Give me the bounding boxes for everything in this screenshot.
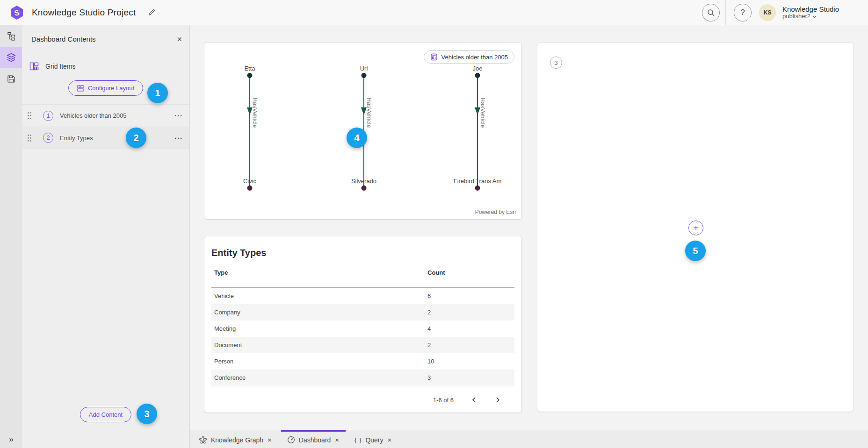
item-label: Vehicles older than 2005: [60, 112, 174, 119]
search-button[interactable]: [702, 4, 720, 21]
panel-title: Dashboard Contents: [31, 35, 177, 43]
annotation-badge-3: 3: [137, 404, 157, 424]
hierarchy-icon: [7, 32, 15, 41]
knowledge-graph-icon: [199, 436, 207, 444]
table-row: Company 2: [211, 304, 514, 320]
annotation-badge-1: 1: [147, 83, 168, 103]
chevron-down-icon: [812, 15, 817, 18]
plus-icon: +: [694, 223, 699, 233]
chevron-left-icon: [471, 397, 476, 403]
slot-index-badge: 3: [550, 57, 562, 69]
layout-grid-icon: [77, 85, 84, 92]
query-braces-icon: { }: [354, 436, 362, 443]
knowledge-studio-logo-icon: S: [9, 5, 24, 20]
close-tab-icon[interactable]: ×: [387, 436, 392, 443]
drag-handle-icon[interactable]: [27, 112, 33, 120]
graph-filter-chip[interactable]: Vehicles older than 2005: [424, 50, 514, 64]
user-menu[interactable]: Knowledge Studio publisher2: [782, 5, 839, 20]
annotation-badge-2: 2: [126, 128, 146, 148]
close-panel-icon[interactable]: ×: [177, 35, 182, 43]
app-header: S Knowledge Studio Project ? KS Knowledg…: [0, 0, 868, 25]
dashboard-canvas: Vehicles older than 2005 HasVehicle Etta…: [190, 25, 868, 448]
help-button[interactable]: ?: [734, 4, 752, 21]
table-row: Document 2: [211, 337, 514, 353]
edge-label: HasVehicle: [479, 98, 486, 128]
close-tab-icon[interactable]: ×: [334, 436, 340, 443]
table-row: Person 10: [211, 353, 514, 370]
configure-layout-button[interactable]: Configure Layout: [68, 80, 143, 96]
item-index-badge: 2: [43, 133, 53, 143]
node-label: Civic: [243, 178, 256, 185]
column-header-type: Type: [211, 269, 427, 276]
previous-page-button[interactable]: [470, 395, 478, 405]
edge-label: HasVehicle: [252, 98, 258, 128]
entity-table-body: Vehicle 6 Company 2 Meeting 4 Document: [211, 288, 514, 386]
item-label: Entity Types: [60, 135, 174, 142]
view-tab-bar: Knowledge Graph × Dashboard × { } Query …: [190, 430, 868, 448]
expand-panel-button[interactable]: »: [0, 435, 22, 444]
drag-handle-icon[interactable]: [27, 134, 33, 142]
empty-grid-slot: 3 +: [537, 42, 854, 412]
sidebar-item-save[interactable]: [0, 68, 22, 90]
sidebar-item-layers[interactable]: [0, 47, 22, 68]
tab-knowledge-graph[interactable]: Knowledge Graph ×: [193, 430, 278, 448]
add-content-button[interactable]: Add Content: [80, 407, 131, 422]
sidebar-item-hierarchy[interactable]: [0, 25, 22, 47]
next-page-button[interactable]: [494, 395, 502, 405]
help-icon: ?: [740, 8, 745, 17]
tab-dashboard[interactable]: Dashboard ×: [281, 430, 346, 448]
annotation-badge-5: 5: [685, 241, 706, 261]
annotation-badge-4: 4: [347, 128, 367, 148]
table-row: Conference 3: [211, 370, 514, 386]
page-title: Knowledge Studio Project: [32, 7, 136, 18]
dashboard-gauge-icon: [287, 436, 295, 444]
grid-items-icon: [29, 62, 39, 71]
graph-node[interactable]: [362, 185, 367, 191]
pagination-label: 1-6 of 6: [433, 397, 454, 404]
edit-title-pencil-icon[interactable]: [148, 8, 156, 16]
node-label: Etta: [244, 65, 255, 72]
item-options-icon[interactable]: ···: [174, 134, 183, 142]
node-label: Silverado: [351, 178, 376, 185]
user-role: publisher2: [782, 13, 810, 20]
graph-node[interactable]: [475, 185, 480, 191]
edge-label: HasVehicle: [366, 98, 372, 128]
table-row: Vehicle 6: [211, 288, 514, 304]
chevron-right-icon: [496, 397, 500, 403]
tab-query[interactable]: { } Query ×: [348, 430, 398, 448]
list-item-entity-types[interactable]: 2 Entity Types ···: [22, 127, 189, 149]
header-actions: ? KS Knowledge Studio publisher2: [702, 0, 839, 25]
table-row: Meeting 4: [211, 320, 514, 337]
layers-icon: [7, 53, 16, 62]
node-label: Uri: [360, 65, 368, 72]
link-chart-icon: [430, 53, 438, 61]
graph-node[interactable]: [247, 73, 253, 78]
grid-items-heading: Grid Items: [45, 63, 76, 70]
column-header-count: Count: [427, 269, 514, 276]
edge-line: [249, 76, 250, 188]
graph-node[interactable]: [475, 73, 480, 78]
item-index-badge: 1: [43, 111, 53, 121]
user-name: Knowledge Studio: [782, 5, 839, 13]
item-options-icon[interactable]: ···: [174, 112, 183, 120]
search-icon: [707, 9, 715, 17]
user-avatar[interactable]: KS: [759, 4, 776, 21]
list-item-vehicles-older-than-2005[interactable]: 1 Vehicles older than 2005 ···: [22, 104, 189, 127]
close-tab-icon[interactable]: ×: [267, 436, 272, 443]
widget-title: Entity Types: [211, 236, 514, 269]
header-divider: [725, 0, 726, 25]
node-label: Firebird Trans Am: [454, 178, 502, 185]
add-widget-button[interactable]: +: [688, 220, 703, 235]
esri-attribution: Powered by Esri: [475, 209, 516, 215]
graph-node[interactable]: [247, 185, 253, 191]
edge-line: [477, 76, 478, 188]
save-icon: [7, 75, 15, 83]
knowledge-studio-app: S Knowledge Studio Project ? KS Knowledg…: [0, 0, 868, 448]
left-icon-strip: »: [0, 25, 22, 448]
graph-node[interactable]: [362, 73, 367, 78]
node-label: Joe: [473, 65, 483, 72]
entity-types-widget: Entity Types Type Count Vehicle 6 Compan…: [204, 236, 522, 413]
